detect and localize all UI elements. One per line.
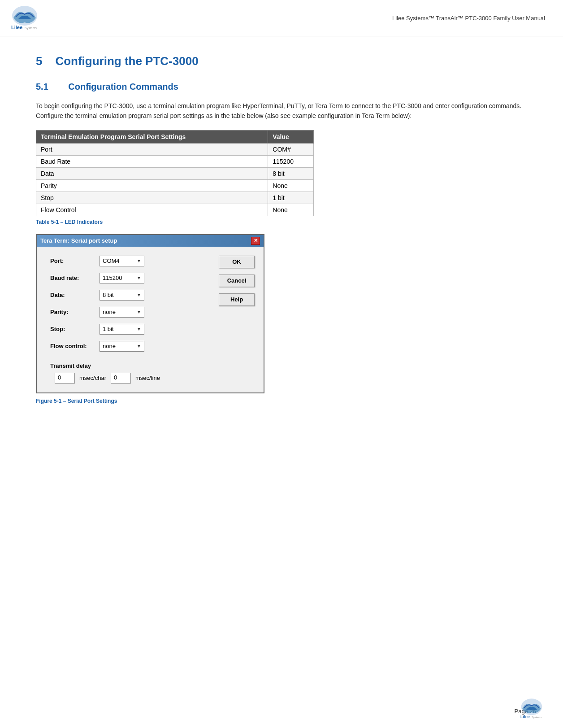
figure-caption: Figure 5-1 – Serial Port Settings — [36, 398, 527, 404]
transmit-delay-label: Transmit delay — [50, 362, 210, 369]
table-header-setting: Terminal Emulation Program Serial Port S… — [36, 130, 268, 143]
dialog-title: Tera Term: Serial port setup — [40, 237, 117, 244]
field-control[interactable]: none▼ — [100, 341, 144, 352]
dialog-buttons: OK Cancel Help — [219, 256, 255, 384]
dialog-titlebar: Tera Term: Serial port setup ✕ — [37, 235, 264, 247]
dialog-field-row: Data:8 bit▼ — [50, 290, 210, 301]
table-cell-value: 8 bit — [268, 167, 314, 179]
dropdown-arrow-icon: ▼ — [137, 310, 141, 314]
section-heading: 5.1 Configuration Commands — [36, 82, 527, 92]
dropdown-arrow-icon: ▼ — [137, 292, 141, 297]
transmit-delay-row: 0 msec/char 0 msec/line — [55, 373, 210, 384]
dialog-field-row: Flow control:none▼ — [50, 341, 210, 352]
field-control-value: none — [103, 309, 137, 315]
dropdown-arrow-icon: ▼ — [137, 275, 141, 280]
dialog-fields: Port:COM4▼Baud rate:115200▼Data:8 bit▼Pa… — [50, 256, 210, 384]
field-label: Data: — [50, 292, 100, 298]
dialog-field-row: Parity:none▼ — [50, 307, 210, 318]
svg-text:Lilee: Lilee — [11, 25, 22, 30]
header-title: Lilee Systems™ TransAir™ PTC-3000 Family… — [392, 15, 545, 22]
chapter-heading: 5 Configuring the PTC-3000 — [36, 54, 527, 68]
table-cell-value: 115200 — [268, 155, 314, 167]
svg-text:Systems: Systems — [25, 26, 37, 30]
table-cell-value: None — [268, 204, 314, 216]
footer-lilee-logo-icon: Lilee Systems — [518, 697, 545, 720]
table-row: Stop1 bit — [36, 192, 314, 204]
settings-table: Terminal Emulation Program Serial Port S… — [36, 130, 314, 216]
field-control[interactable]: 1 bit▼ — [100, 324, 144, 335]
table-row: Data8 bit — [36, 167, 314, 179]
field-control-value: none — [103, 343, 137, 349]
table-caption: Table 5-1 – LED Indicators — [36, 219, 527, 225]
table-row: PortCOM# — [36, 143, 314, 155]
table-cell-setting: Port — [36, 143, 268, 155]
msec-char-input[interactable]: 0 — [55, 373, 75, 384]
field-control[interactable]: COM4▼ — [100, 256, 144, 266]
help-button[interactable]: Help — [219, 293, 255, 306]
transmit-delay-section: Transmit delay 0 msec/char 0 msec/line — [50, 358, 210, 384]
tera-term-dialog: Tera Term: Serial port setup ✕ Port:COM4… — [36, 234, 264, 393]
main-content: 5 Configuring the PTC-3000 5.1 Configura… — [0, 36, 563, 431]
chapter-title: Configuring the PTC-3000 — [55, 54, 198, 68]
section-number: 5.1 — [36, 82, 48, 92]
ok-button[interactable]: OK — [219, 256, 255, 268]
table-cell-value: None — [268, 179, 314, 192]
dialog-wrapper: Tera Term: Serial port setup ✕ Port:COM4… — [36, 234, 527, 393]
table-cell-setting: Data — [36, 167, 268, 179]
dropdown-arrow-icon: ▼ — [137, 344, 141, 349]
dialog-body: Port:COM4▼Baud rate:115200▼Data:8 bit▼Pa… — [37, 247, 264, 392]
body-paragraph: To begin configuring the PTC-3000, use a… — [36, 101, 527, 121]
table-row: ParityNone — [36, 179, 314, 192]
svg-text:Systems: Systems — [532, 716, 541, 719]
field-control[interactable]: 115200▼ — [100, 273, 144, 283]
cancel-button[interactable]: Cancel — [219, 275, 255, 287]
table-row: Flow ControlNone — [36, 204, 314, 216]
table-cell-setting: Flow Control — [36, 204, 268, 216]
msec-char-label: msec/char — [79, 375, 106, 381]
field-label: Parity: — [50, 309, 100, 315]
field-control-value: 8 bit — [103, 292, 137, 298]
lilee-logo-icon: Lilee Systems — [9, 4, 40, 31]
msec-line-label: msec/line — [135, 375, 160, 381]
field-label: Port: — [50, 257, 100, 264]
header-logo: Lilee Systems — [9, 4, 40, 31]
table-header-value: Value — [268, 130, 314, 143]
footer-logo: Lilee Systems — [518, 697, 545, 721]
chapter-number: 5 — [36, 54, 42, 68]
table-cell-value: 1 bit — [268, 192, 314, 204]
table-cell-value: COM# — [268, 143, 314, 155]
msec-line-input[interactable]: 0 — [111, 373, 131, 384]
field-label: Stop: — [50, 326, 100, 332]
table-cell-setting: Baud Rate — [36, 155, 268, 167]
field-label: Flow control: — [50, 343, 100, 349]
field-control-value: 1 bit — [103, 326, 137, 332]
dialog-field-row: Baud rate:115200▼ — [50, 273, 210, 283]
table-row: Baud Rate115200 — [36, 155, 314, 167]
field-control[interactable]: 8 bit▼ — [100, 290, 144, 301]
dropdown-arrow-icon: ▼ — [137, 327, 141, 331]
svg-text:Lilee: Lilee — [520, 715, 530, 719]
table-cell-setting: Stop — [36, 192, 268, 204]
table-cell-setting: Parity — [36, 179, 268, 192]
field-label: Baud rate: — [50, 275, 100, 281]
section-title: Configuration Commands — [68, 82, 178, 92]
dialog-field-row: Stop:1 bit▼ — [50, 324, 210, 335]
field-control-value: 115200 — [103, 275, 137, 281]
dialog-field-row: Port:COM4▼ — [50, 256, 210, 266]
dialog-close-button[interactable]: ✕ — [251, 237, 260, 245]
dropdown-arrow-icon: ▼ — [137, 258, 141, 263]
field-control-value: COM4 — [103, 257, 137, 264]
page-header: Lilee Systems Lilee Systems™ TransAir™ P… — [0, 0, 563, 36]
field-control[interactable]: none▼ — [100, 307, 144, 318]
